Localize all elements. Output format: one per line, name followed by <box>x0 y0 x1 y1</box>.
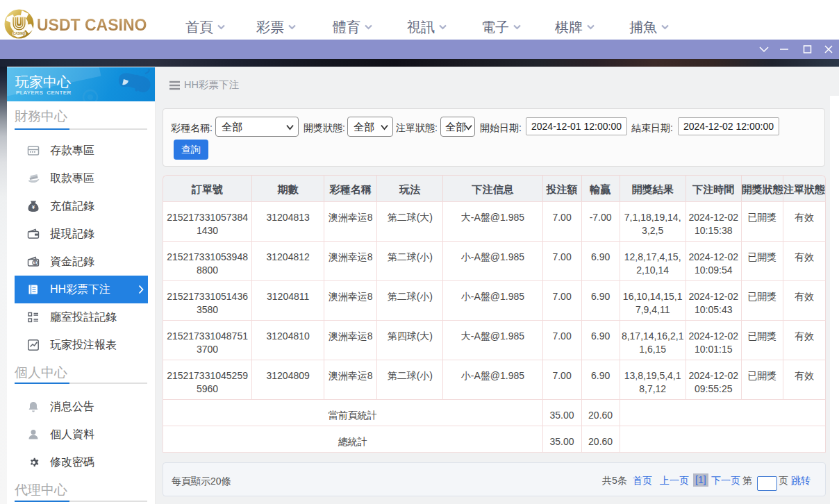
svg-text:¥: ¥ <box>32 204 35 210</box>
svg-text:CASINO: CASINO <box>13 32 26 35</box>
svg-text:$: $ <box>34 260 37 266</box>
